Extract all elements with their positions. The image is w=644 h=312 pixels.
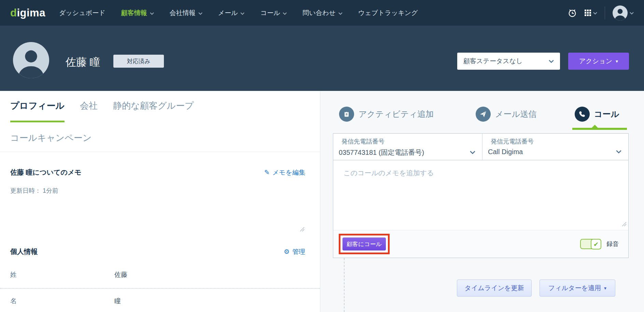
- grid-icon: [585, 10, 591, 16]
- record-toggle[interactable]: ✔: [580, 239, 601, 249]
- check-icon: ✔: [593, 241, 599, 248]
- field-label-first-name: 名: [10, 297, 17, 306]
- memo-heading: 佐藤 瞳についてのメモ: [10, 168, 82, 177]
- user-menu[interactable]: [613, 5, 634, 21]
- tab-add-activity[interactable]: アクティビティ追加: [339, 107, 434, 122]
- destination-number-select[interactable]: 発信先電話番号 0357743181 (固定電話番号): [333, 134, 482, 160]
- call-customer-button[interactable]: 顧客にコール: [342, 238, 386, 250]
- source-number-label: 発信元電話番号: [491, 137, 621, 146]
- chevron-down-icon: [338, 9, 342, 17]
- nav-inquiry[interactable]: 問い合わせ: [303, 9, 342, 17]
- call-form-card: 発信先電話番号 0357743181 (固定電話番号) 発信元電話番号 Call…: [333, 133, 629, 258]
- personal-info-header-row: 個人情報 ⚙ 管理: [10, 247, 305, 256]
- status-select-value: 顧客ステータスなし: [463, 57, 523, 66]
- logo-rest: igima: [17, 7, 45, 19]
- record-label: 録音: [606, 240, 619, 248]
- paper-plane-icon: [476, 107, 491, 122]
- tab-send-mail[interactable]: メール送信: [476, 107, 536, 122]
- nav-call[interactable]: コール: [260, 9, 287, 17]
- source-number-value: Call Digima: [488, 148, 523, 156]
- record-control: ✔ 録音: [580, 239, 619, 249]
- chevron-down-icon: [283, 9, 287, 17]
- chevron-down-icon: [616, 149, 621, 155]
- apps-grid-icon[interactable]: [585, 10, 597, 16]
- apply-filter-button[interactable]: フィルターを適用▾: [540, 280, 615, 297]
- caret-down-icon: ▾: [616, 58, 618, 64]
- table-row: 姓 佐藤: [10, 270, 320, 281]
- destination-number-value: 0357743181 (固定電話番号): [339, 148, 424, 157]
- chevron-down-icon: [593, 10, 597, 16]
- top-nav: digima ダッシュボード 顧客情報 会社情報 メール コール 問い合わせ ウ…: [0, 0, 644, 26]
- caret-down-icon: ▾: [604, 285, 606, 291]
- profile-panel: プロフィール 会社 静的な顧客グループ コールキャンペーン 佐藤 瞳についてのメ…: [0, 91, 320, 312]
- nav-right-cluster: [568, 5, 634, 21]
- chevron-down-icon: [630, 10, 634, 16]
- field-label-last-name: 姓: [10, 270, 17, 279]
- phone-icon: [575, 107, 590, 122]
- tab-call-campaign[interactable]: コールキャンペーン: [10, 132, 92, 144]
- digima-logo[interactable]: digima: [10, 7, 45, 19]
- nav-dashboard[interactable]: ダッシュボード: [59, 9, 106, 17]
- edit-memo-link[interactable]: ✎ メモを編集: [264, 168, 305, 177]
- logo-letter: d: [10, 7, 17, 19]
- nav-web-tracking[interactable]: ウェブトラッキング: [358, 9, 418, 17]
- activity-panel: アクティビティ追加 メール送信 コール 発信先電話番号 0357743181 (…: [320, 91, 644, 312]
- gear-icon: ⚙: [284, 248, 290, 255]
- call-form-footer: 顧客にコール ✔ 録音: [333, 230, 628, 258]
- chevron-down-icon: [240, 9, 244, 17]
- journal-icon: [339, 107, 354, 122]
- row-divider: [0, 288, 320, 289]
- profile-tab-strip: プロフィール 会社 静的な顧客グループ コールキャンペーン: [0, 91, 320, 152]
- memo-header-row: 佐藤 瞳についてのメモ ✎ メモを編集: [10, 168, 305, 177]
- call-memo-area: [333, 160, 628, 230]
- call-memo-input[interactable]: [333, 160, 628, 230]
- tab-profile[interactable]: プロフィール: [10, 100, 65, 122]
- phone-select-row: 発信先電話番号 0357743181 (固定電話番号) 発信元電話番号 Call…: [333, 134, 628, 160]
- chevron-down-icon: [150, 9, 154, 17]
- page: digima ダッシュボード 顧客情報 会社情報 メール コール 問い合わせ ウ…: [0, 0, 644, 312]
- status-badge: 対応済み: [113, 55, 164, 68]
- nav-customers[interactable]: 顧客情報: [121, 9, 154, 17]
- chevron-down-icon: [549, 57, 554, 65]
- highlight-box: 顧客にコール: [339, 234, 390, 254]
- alarm-clock-icon[interactable]: [568, 8, 577, 18]
- toggle-knob: ✔: [591, 239, 601, 249]
- destination-number-label: 発信先電話番号: [341, 137, 475, 146]
- active-tab-underline: [572, 128, 627, 130]
- manage-link[interactable]: ⚙ 管理: [284, 247, 305, 256]
- customer-avatar: [13, 42, 49, 78]
- personal-info-heading: 個人情報: [10, 247, 38, 256]
- timeline-dashed-line: [344, 258, 345, 312]
- user-avatar: [613, 5, 628, 21]
- memo-resize-handle[interactable]: [300, 227, 305, 233]
- chevron-down-icon: [470, 150, 475, 156]
- chevron-down-icon: [198, 9, 202, 17]
- nav-companies[interactable]: 会社情報: [170, 9, 202, 17]
- table-row: 名 瞳: [10, 297, 320, 308]
- action-button[interactable]: アクション▾: [568, 53, 629, 70]
- customer-status-select[interactable]: 顧客ステータスなし: [457, 53, 560, 70]
- refresh-timeline-button[interactable]: タイムラインを更新: [457, 280, 532, 297]
- memo-updated-at: 更新日時： 1分前: [10, 187, 58, 195]
- nav-divider: [605, 6, 605, 19]
- customer-name: 佐藤 瞳: [66, 55, 100, 69]
- tab-company[interactable]: 会社: [80, 100, 98, 122]
- source-number-select[interactable]: 発信元電話番号 Call Digima: [482, 134, 628, 160]
- tab-static-groups[interactable]: 静的な顧客グループ: [113, 100, 194, 122]
- profile-header: 佐藤 瞳 対応済み 顧客ステータスなし アクション▾: [0, 26, 644, 91]
- field-value-last-name: 佐藤: [114, 270, 127, 279]
- tab-call[interactable]: コール: [575, 107, 619, 122]
- pencil-icon: ✎: [264, 169, 270, 176]
- field-value-first-name: 瞳: [114, 297, 121, 306]
- main-menu: ダッシュボード 顧客情報 会社情報 メール コール 問い合わせ ウェブトラッキン…: [59, 9, 418, 17]
- nav-mail[interactable]: メール: [218, 9, 245, 17]
